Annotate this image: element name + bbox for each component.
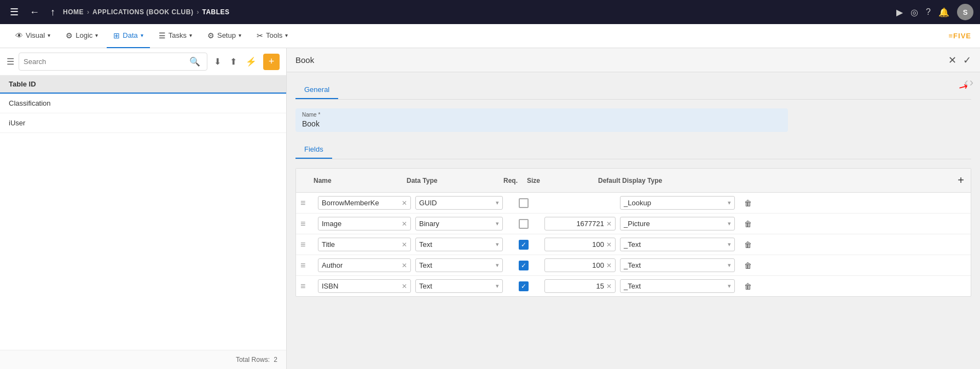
req-checkbox-2[interactable] (519, 219, 529, 229)
total-rows-count: 2 (274, 356, 277, 364)
drag-handle-1[interactable]: ≡ (300, 198, 314, 208)
size-input-5[interactable] (548, 282, 604, 290)
display-val-2: _Picture (624, 220, 728, 228)
sidebar-footer: Total Rows: 2 (0, 350, 286, 369)
field-del-1: 🗑 (739, 199, 757, 207)
visual-label: Visual (26, 31, 45, 39)
tab-tools[interactable]: ✂ Tools ▾ (250, 24, 294, 48)
tools-arrow: ▾ (285, 32, 288, 38)
size-clear-2[interactable]: ✕ (606, 220, 612, 228)
field-name-input-2[interactable] (322, 220, 399, 228)
help-icon[interactable]: ? (926, 7, 931, 17)
confirm-icon[interactable]: ✓ (963, 54, 971, 66)
datatype-select-4[interactable]: Text ▾ (415, 258, 503, 272)
display-arrow-4: ▾ (728, 262, 731, 269)
delete-button-2[interactable]: 🗑 (744, 220, 752, 228)
table-row: ≡ ✕ Text ▾ (296, 276, 971, 296)
field-datatype-1: GUID ▾ (415, 196, 503, 210)
req-checkbox-3[interactable]: ✓ (519, 240, 529, 250)
sidebar-toolbar: ☰ 🔍 ⬇ ⬆ ⚡ + (0, 48, 286, 76)
field-del-2: 🗑 (739, 220, 757, 228)
delete-button-5[interactable]: 🗑 (744, 282, 752, 291)
display-select-5[interactable]: _Text ▾ (620, 279, 735, 293)
search-icon[interactable]: 🔍 (187, 55, 202, 68)
req-checkbox-5[interactable]: ✓ (519, 281, 529, 291)
clear-name-4[interactable]: ✕ (402, 262, 407, 269)
sidebar-item-classification[interactable]: Classification (0, 94, 286, 113)
datatype-val-2: Binary (419, 220, 496, 228)
download-icon[interactable]: ⬇ (212, 55, 223, 68)
play-icon[interactable]: ▶ (896, 7, 903, 18)
size-clear-5[interactable]: ✕ (606, 282, 612, 290)
nav-arrows: ‹ › (964, 76, 973, 90)
datatype-select-3[interactable]: Text ▾ (415, 238, 503, 251)
display-select-2[interactable]: _Picture ▾ (620, 217, 735, 230)
clear-name-1[interactable]: ✕ (402, 199, 407, 207)
up-icon[interactable]: ↑ (47, 4, 59, 20)
tab-data[interactable]: ⊞ Data ▾ (107, 24, 149, 48)
search-circle-icon[interactable]: ◎ (911, 7, 918, 18)
drag-handle-5[interactable]: ≡ (300, 281, 314, 291)
clear-name-3[interactable]: ✕ (402, 241, 407, 249)
prev-nav-button[interactable]: ‹ (964, 76, 968, 90)
size-clear-4[interactable]: ✕ (606, 262, 612, 269)
name-field-input[interactable] (302, 119, 781, 128)
datatype-select-5[interactable]: Text ▾ (415, 279, 503, 293)
menu-icon[interactable]: ☰ (7, 4, 22, 20)
bell-icon[interactable]: 🔔 (938, 7, 949, 18)
close-icon[interactable]: ✕ (948, 54, 956, 66)
tasks-arrow: ▾ (189, 32, 192, 38)
breadcrumb-sep2: › (196, 8, 199, 16)
field-name-input-4[interactable] (322, 261, 399, 269)
name-field-wrap: Name * (295, 108, 788, 132)
delete-button-3[interactable]: 🗑 (744, 240, 752, 249)
datatype-select-2[interactable]: Binary ▾ (415, 217, 503, 230)
clear-name-5[interactable]: ✕ (402, 282, 407, 290)
size-input-4[interactable] (548, 261, 604, 269)
flash-icon[interactable]: ⚡ (243, 55, 259, 68)
field-display-4: _Text ▾ (620, 258, 735, 272)
next-nav-button[interactable]: › (970, 76, 973, 90)
field-req-3: ✓ (507, 240, 540, 250)
tab-general[interactable]: General (295, 81, 338, 99)
sidebar-menu-icon[interactable]: ☰ (7, 56, 14, 67)
drag-handle-3[interactable]: ≡ (300, 240, 314, 250)
req-checkbox-4[interactable]: ✓ (519, 261, 529, 270)
tab-visual[interactable]: 👁 Visual ▾ (9, 24, 57, 48)
drag-handle-2[interactable]: ≡ (300, 219, 314, 229)
field-display-5: _Text ▾ (620, 279, 735, 293)
field-name-input-1[interactable] (322, 199, 399, 207)
req-checkbox-1[interactable] (519, 198, 529, 208)
datatype-select-1[interactable]: GUID ▾ (415, 196, 503, 210)
size-input-2[interactable] (548, 220, 604, 228)
size-clear-3[interactable]: ✕ (606, 241, 612, 249)
size-wrap-3: ✕ (544, 238, 616, 251)
tab-tasks[interactable]: ☰ Tasks ▾ (152, 24, 199, 48)
display-select-1[interactable]: _Lookup ▾ (620, 196, 735, 210)
user-avatar[interactable]: S (957, 4, 973, 20)
logic-label: Logic (76, 31, 92, 39)
home-label[interactable]: HOME (63, 8, 84, 16)
size-input-3[interactable] (548, 240, 604, 249)
tab-setup[interactable]: ⚙ Setup ▾ (201, 24, 248, 48)
tools-icon: ✂ (257, 31, 263, 40)
app-label[interactable]: APPLICATIONS (BOOK CLUB) (92, 8, 193, 16)
clear-name-2[interactable]: ✕ (402, 220, 407, 228)
sidebar-item-iuser[interactable]: iUser (0, 113, 286, 133)
search-input[interactable] (24, 57, 184, 66)
table-label[interactable]: TABLES (202, 8, 229, 16)
delete-button-1[interactable]: 🗑 (744, 199, 752, 207)
field-name-input-3[interactable] (322, 240, 399, 249)
add-button[interactable]: + (263, 54, 280, 70)
tab-fields[interactable]: Fields (295, 141, 332, 159)
delete-button-4[interactable]: 🗑 (744, 261, 752, 270)
upload-icon[interactable]: ⬆ (228, 55, 239, 68)
display-select-3[interactable]: _Text ▾ (620, 238, 735, 251)
add-field-button[interactable]: + (955, 173, 966, 188)
table-row: ≡ ✕ GUID ▾ (296, 193, 971, 214)
field-name-input-5[interactable] (322, 282, 399, 290)
back-icon[interactable]: ← (26, 4, 43, 20)
drag-handle-4[interactable]: ≡ (300, 261, 314, 270)
tab-logic[interactable]: ⚙ Logic ▾ (59, 24, 105, 48)
display-select-4[interactable]: _Text ▾ (620, 258, 735, 272)
